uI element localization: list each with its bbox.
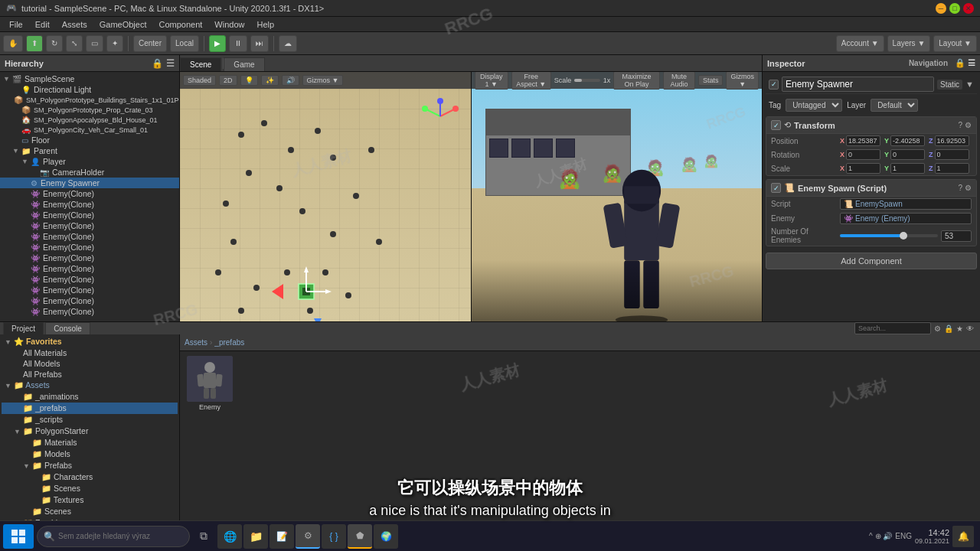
scale-x-input[interactable] [846, 163, 880, 174]
animations-item[interactable]: 📁 _animations [2, 391, 178, 403]
hier-item-enemy6[interactable]: 👾 Enemy(Clone) [0, 242, 179, 253]
inspector-lock-icon[interactable]: 🔒 [955, 58, 965, 68]
game-stats-btn[interactable]: Stats [698, 75, 724, 86]
num-enemies-slider[interactable] [840, 234, 938, 237]
prefabs-item[interactable]: 📁 _prefabs [2, 403, 178, 414]
hier-item-enemy9[interactable]: 👾 Enemy(Clone) [0, 274, 179, 285]
add-component-button[interactable]: Add Component [766, 253, 977, 269]
static-dropdown-icon[interactable]: ▼ [965, 80, 974, 89]
enemyspawn-help-icon[interactable]: ? [958, 184, 962, 192]
menu-edit[interactable]: Edit [29, 18, 56, 31]
game-aspect-btn[interactable]: Free Aspect ▼ [511, 72, 551, 90]
enemy-ref[interactable]: 👾 Enemy (Enemy) [840, 213, 972, 224]
pos-z-input[interactable] [935, 135, 969, 146]
scripts-item[interactable]: 📁 _scripts [2, 414, 178, 425]
hierarchy-lock-icon[interactable]: 🔒 [152, 58, 163, 69]
unity-button[interactable]: ⬟ [348, 524, 372, 549]
scene-2d-btn[interactable]: 2D [219, 75, 237, 86]
hier-item-enemy11[interactable]: 👾 Enemy(Clone) [0, 295, 179, 306]
all-prefabs-item[interactable]: All Prefabs [2, 369, 178, 380]
transform-help-icon[interactable]: ? [958, 121, 962, 129]
hier-item-crate[interactable]: 📦 SM_PolygonPrototype_Prop_Crate_03 [0, 105, 179, 115]
favorites-item[interactable]: ▼ ⭐ Favorites [2, 336, 178, 347]
layout-button[interactable]: Layout ▼ [933, 35, 977, 52]
pos-y-input[interactable] [890, 135, 925, 146]
project-tab[interactable]: Project [3, 322, 44, 334]
game-gizmos-btn[interactable]: Gizmos ▼ [726, 72, 759, 90]
tool-hand[interactable]: ✋ [3, 35, 23, 52]
inspector-active-checkbox[interactable] [769, 80, 779, 90]
breadcrumb-prefabs[interactable]: _prefabs [214, 338, 244, 347]
enemyspawn-enable-checkbox[interactable] [771, 183, 781, 193]
close-button[interactable]: ✕ [963, 3, 974, 14]
all-models-item[interactable]: All Models [2, 358, 178, 369]
pause-button[interactable]: ⏸ [229, 35, 247, 52]
transform-header[interactable]: ⟲ Transform ? ⚙ [766, 117, 976, 134]
game-maxonplay-btn[interactable]: Maximize On Play [613, 72, 660, 90]
menu-window[interactable]: Window [208, 18, 250, 31]
polygonstarter-item[interactable]: ▼ 📁 PolygonStarter [2, 425, 178, 437]
inspector-menu-icon[interactable]: ☰ [968, 58, 975, 68]
hierarchy-menu-icon[interactable]: ☰ [166, 58, 175, 69]
hier-item-stairs[interactable]: 📦 SM_PolygonPrototype_Buildings_Stairs_1… [0, 95, 179, 105]
notification-button[interactable]: 🔔 [952, 526, 974, 547]
console-tab[interactable]: Console [45, 322, 90, 334]
inspector-obj-name[interactable] [782, 77, 934, 92]
hier-item-player[interactable]: ▼ 👤 Player [0, 156, 179, 167]
models-item[interactable]: 📁 Models [2, 448, 178, 460]
explorer-button[interactable]: 📁 [243, 524, 268, 549]
pos-x-input[interactable] [846, 135, 880, 146]
start-button[interactable] [3, 524, 34, 549]
hier-item-enemy10[interactable]: 👾 Enemy(Clone) [0, 285, 179, 295]
step-button[interactable]: ⏭ [250, 35, 269, 52]
task-view-button[interactable]: ⧉ [191, 524, 216, 549]
menu-component[interactable]: Component [152, 18, 208, 31]
hier-item-enemy7[interactable]: 👾 Enemy(Clone) [0, 253, 179, 263]
edge-button[interactable]: 🌐 [217, 524, 242, 549]
notepad-button[interactable]: 📝 [270, 524, 294, 549]
scenes-item[interactable]: 📁 Scenes [2, 506, 178, 517]
ps-prefabs-item[interactable]: ▼ 📁 Prefabs [2, 460, 178, 471]
menu-file[interactable]: File [3, 18, 29, 31]
assets-tree-item[interactable]: ▼ 📁 Assets [2, 380, 178, 391]
assets-star-icon[interactable]: ★ [956, 324, 963, 333]
taskbar-search[interactable]: 🔍 [37, 526, 190, 547]
script-ref[interactable]: 📜 EnemySpawn [840, 198, 972, 210]
play-button[interactable]: ▶ [209, 35, 226, 52]
menu-help[interactable]: Help [250, 18, 280, 31]
hier-item-samplescene[interactable]: ▼ 🎬 SampleScene [0, 73, 179, 84]
scene-shaded-btn[interactable]: Shaded [183, 75, 216, 86]
minimize-button[interactable]: ─ [936, 3, 946, 14]
layers-button[interactable]: Layers ▼ [887, 35, 931, 52]
tool-rect[interactable]: ▭ [86, 35, 103, 52]
enemyspawn-settings-icon[interactable]: ⚙ [965, 184, 972, 192]
scale-y-input[interactable] [890, 163, 925, 174]
tool-transform[interactable]: ✦ [106, 35, 123, 52]
taskbar-search-input[interactable] [58, 532, 183, 540]
hier-item-dirlight[interactable]: 💡 Directional Light [0, 84, 179, 95]
settings-button[interactable]: ⚙ [296, 524, 320, 549]
assets-lock-icon[interactable]: 🔒 [944, 324, 953, 333]
maximize-button[interactable]: □ [949, 3, 960, 14]
rot-z-input[interactable] [935, 149, 969, 160]
hier-item-cameraholder[interactable]: 📷 CameraHolder [0, 167, 179, 178]
hier-item-enemyspawner[interactable]: ⚙ Enemy Spawner [0, 178, 179, 188]
all-materials-item[interactable]: All Materials [2, 347, 178, 358]
assets-options-icon[interactable]: ⚙ [934, 324, 941, 333]
enemyspawn-header[interactable]: 📜 Enemy Spawn (Script) ? ⚙ [766, 180, 976, 197]
materials-item[interactable]: 📁 Materials [2, 437, 178, 448]
scale-z-input[interactable] [935, 163, 969, 174]
cloud-button[interactable]: ☁ [279, 35, 297, 52]
account-button[interactable]: Account ▼ [836, 35, 884, 52]
hier-item-enemy4[interactable]: 👾 Enemy(Clone) [0, 220, 179, 231]
pivot-button[interactable]: Center [133, 35, 167, 52]
menu-assets[interactable]: Assets [56, 18, 93, 31]
scene-gizmos-btn[interactable]: Gizmos ▼ [302, 75, 344, 86]
transform-enable-checkbox[interactable] [771, 120, 781, 130]
hier-item-enemy12[interactable]: 👾 Enemy(Clone) [0, 306, 179, 317]
characters-item[interactable]: 📁 Characters [2, 471, 178, 483]
transform-settings-icon[interactable]: ⚙ [965, 121, 972, 129]
rot-y-input[interactable] [890, 149, 925, 160]
layer-select[interactable]: Default [871, 99, 918, 112]
vscode-button[interactable]: { } [322, 524, 346, 549]
